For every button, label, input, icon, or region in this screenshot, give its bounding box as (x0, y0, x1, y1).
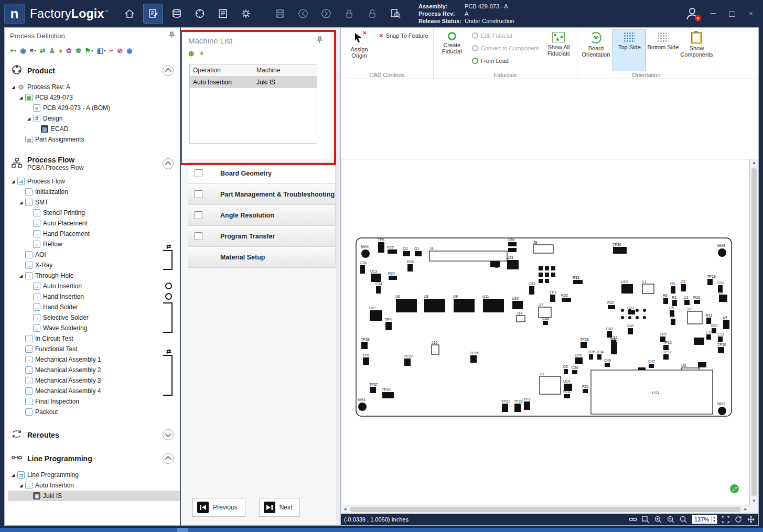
process-definition-button[interactable] (143, 4, 163, 24)
show-all-fiducials-button[interactable]: Show All Fiducials (542, 29, 575, 71)
remove-icon[interactable]: − (110, 47, 114, 54)
convert-to-component-button[interactable]: Convert to Component (469, 42, 542, 53)
add-icon[interactable]: +▾ (10, 47, 16, 54)
dropdown-arrow-icon[interactable]: ▾ (104, 49, 106, 52)
pin-icon[interactable] (169, 31, 175, 40)
flag-icon[interactable]: ⚑▾ (85, 47, 93, 54)
edit-fiducial-button[interactable]: Edit Fiducial (469, 30, 542, 41)
assign-origin-button[interactable]: × Assign Origin (342, 29, 376, 71)
bottom-side-button[interactable]: Bottom Side (646, 29, 680, 71)
checkbox[interactable] (195, 169, 202, 177)
step-part-management-troubleshooting[interactable]: Part Management & Troubleshooting (188, 183, 336, 205)
show-components-button[interactable]: Show Components (680, 29, 713, 71)
lock-button[interactable] (340, 4, 359, 23)
scroll-down-arrow[interactable]: ▼ (750, 497, 758, 505)
tree-item-mechanical-assembly-4[interactable]: Mechanical Assembly 4 (8, 386, 180, 396)
key-icon[interactable]: ♦ (59, 47, 62, 54)
fit-view-icon[interactable] (722, 515, 730, 524)
tree-item-auto-insertion[interactable]: Auto Insertion (8, 281, 180, 291)
dropdown-arrow-icon[interactable]: ▾ (15, 49, 17, 52)
tree-item-reflow[interactable]: Reflow (8, 239, 180, 249)
info-icon[interactable]: ◉ (126, 47, 132, 54)
step-program-transfer[interactable]: Program Transfer (188, 225, 336, 247)
next-button[interactable]: Next (259, 498, 300, 517)
machine-row[interactable]: Auto InsertionJuki IS (190, 77, 317, 88)
tree-item-auto-insertion[interactable]: ◢Auto Insertion (8, 480, 180, 491)
collapse-line-programming-button[interactable] (163, 453, 174, 464)
tree-expander-icon[interactable]: ◢ (10, 85, 16, 90)
dropdown-arrow-icon[interactable]: ▾ (91, 49, 93, 52)
tree-item-process-rev-a[interactable]: ◢Process Rev: A (8, 82, 180, 92)
zoom-window-icon[interactable] (679, 515, 687, 524)
section-process-flow[interactable]: Process Flow PCBA Process Flow (5, 151, 180, 175)
back-button[interactable] (294, 4, 313, 23)
link-icon[interactable]: ◉ (20, 47, 26, 54)
scroll-thumb[interactable] (751, 168, 757, 496)
tree-item-juki-is[interactable]: Juki IS (8, 491, 180, 501)
tree-item-ecad[interactable]: ECAD (8, 124, 180, 134)
step-board-geometry[interactable]: Board Geometry (188, 162, 336, 184)
leaf-icon[interactable]: ❀ (76, 47, 81, 54)
tree-expander-icon[interactable]: ◢ (26, 116, 32, 121)
step-angle-resolution[interactable]: Angle Resolution (188, 204, 336, 226)
board-orientation-button[interactable]: 90 Board Orientation (579, 29, 612, 71)
forward-button[interactable] (317, 4, 336, 23)
maximize-button[interactable] (725, 8, 739, 19)
tree-item-pcb-429-073-a-bom[interactable]: PCB 429-073 - A (BOM) (8, 103, 180, 113)
scroll-left-arrow[interactable]: ◄ (341, 505, 349, 514)
reports-button[interactable] (213, 4, 232, 23)
tree-item-packout[interactable]: Packout (8, 407, 180, 417)
minimize-button[interactable] (706, 8, 720, 19)
tree-expander-icon[interactable]: ◢ (18, 95, 24, 100)
tree-item-line-programming[interactable]: ◢Line Programming (8, 470, 180, 480)
effects-icon[interactable]: ✿ (66, 47, 72, 54)
section-reroutes[interactable]: Reroutes (5, 424, 180, 445)
tree-expander-icon[interactable]: ◢ (18, 200, 24, 205)
column-machine[interactable]: Machine (253, 64, 317, 76)
user-icon[interactable]: × (683, 5, 701, 23)
tree-item-mechanical-assembly-1[interactable]: Mechanical Assembly 1 (8, 354, 180, 365)
pin-icon[interactable] (317, 36, 323, 45)
close-button[interactable]: × (744, 8, 758, 19)
print-icon[interactable]: ≡▾ (29, 47, 36, 54)
unlock-button[interactable] (363, 4, 382, 23)
expand-reroutes-button[interactable] (163, 429, 174, 440)
tree-item-smt[interactable]: ◢SMT (8, 197, 180, 208)
create-fiducial-button[interactable]: Create Fiducial (435, 29, 469, 71)
scroll-right-arrow[interactable]: ► (741, 505, 750, 514)
settings-gear-button[interactable] (237, 4, 255, 23)
scroll-thumb[interactable] (350, 507, 740, 512)
collapse-product-button[interactable] (163, 65, 174, 76)
tree-item-x-ray[interactable]: X-Ray (8, 260, 180, 270)
tree-item-hand-insertion[interactable]: Hand Insertion (8, 291, 180, 302)
tree-item-pcb-429-073[interactable]: ◢PCB 429-073 (8, 92, 180, 103)
scroll-up-arrow[interactable]: ▲ (750, 159, 758, 167)
pcb-canvas[interactable]: MH4TP5R25Q2Q1J9C56J8TP30MH3C26R26R24U13C… (341, 159, 750, 505)
zoom-value[interactable]: 137% (692, 516, 711, 523)
tree-item-stencil-printing[interactable]: Stencil Printing (8, 208, 180, 218)
panel-splitter[interactable] (336, 27, 340, 526)
sync-icon[interactable]: ⇄ (40, 47, 46, 54)
tree-item-auto-placement[interactable]: Auto Placement (8, 218, 180, 229)
dropdown-arrow-icon[interactable]: ▾ (34, 49, 36, 52)
user-icon[interactable]: ♟ (49, 47, 55, 54)
tree-expander-icon[interactable]: ◢ (18, 483, 24, 488)
collapse-process-flow-button[interactable] (163, 158, 174, 169)
section-line-programming[interactable]: Line Programming (5, 447, 180, 469)
link-icon[interactable] (629, 515, 637, 524)
home-button[interactable] (120, 4, 139, 23)
top-side-button[interactable]: Top Side (612, 29, 646, 71)
vertical-scrollbar[interactable]: ▲ ▼ (750, 159, 758, 505)
tree-item-wave-soldering[interactable]: Wave Soldering (8, 323, 180, 333)
checkbox[interactable] (195, 211, 202, 219)
layers-icon[interactable]: ◧▾ (97, 47, 106, 54)
zoom-selection-icon[interactable] (641, 515, 650, 524)
pan-icon[interactable] (747, 515, 755, 524)
previous-button[interactable]: Previous (192, 498, 245, 517)
zoom-out-icon[interactable] (667, 515, 675, 524)
tree-item-final-inspection[interactable]: Final Inspection (8, 396, 180, 407)
column-operation[interactable]: Operation (190, 64, 253, 76)
save-button[interactable] (271, 4, 289, 23)
rotate-view-icon[interactable] (734, 515, 743, 524)
tree-expander-icon[interactable]: ◢ (10, 179, 16, 184)
